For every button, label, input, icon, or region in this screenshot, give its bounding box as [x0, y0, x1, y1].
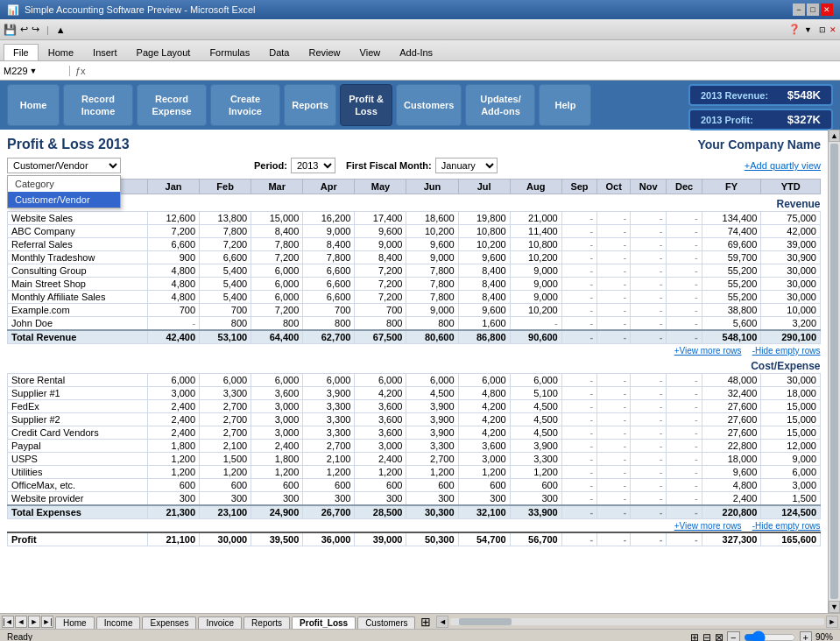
- add-quarterly-view-link[interactable]: +Add quartly view: [745, 160, 821, 171]
- cell: 9,600: [406, 238, 458, 251]
- col-header-jan: Jan: [148, 180, 200, 194]
- cell: 6,000: [406, 374, 458, 387]
- sheet-tab-home[interactable]: Home: [55, 616, 95, 629]
- undo-icon[interactable]: ↩: [20, 24, 28, 35]
- cell: 67,500: [355, 330, 406, 344]
- close-button[interactable]: ✕: [821, 4, 833, 16]
- nav-home-button[interactable]: Home: [7, 84, 60, 126]
- row-label-affiliate-sales: Monthly Affiliate Sales: [8, 291, 148, 304]
- cell: 4,800: [148, 291, 200, 304]
- cell: -: [597, 278, 631, 291]
- groupby-dropdown[interactable]: Customer/Vendor Category Category Custom…: [7, 158, 121, 173]
- ribbon-tab-file[interactable]: File: [4, 44, 39, 60]
- sheet-nav-first[interactable]: |◄: [2, 616, 14, 628]
- revenue-metric: 2013 Revenue: $548K: [688, 84, 833, 106]
- nav-customers-button[interactable]: Customers: [396, 84, 462, 126]
- cell-ref-dropdown[interactable]: ▼: [30, 67, 38, 75]
- cell: 7,200: [355, 278, 406, 291]
- cell: 6,000: [251, 291, 303, 304]
- page-layout-icon[interactable]: ⊟: [702, 631, 711, 642]
- cell: 23,100: [200, 505, 251, 519]
- ribbon-tab-formulas[interactable]: Formulas: [200, 44, 259, 60]
- scroll-left-button[interactable]: ◄: [436, 616, 448, 628]
- cell: -: [561, 291, 596, 304]
- ribbon-options-icon[interactable]: ▼: [804, 25, 812, 34]
- scroll-down-button[interactable]: ▼: [829, 601, 840, 613]
- ribbon-collapse-icon[interactable]: ▲: [56, 25, 66, 35]
- hide-empty-expense-link[interactable]: -Hide empty rows: [752, 521, 821, 531]
- ribbon-tab-view[interactable]: View: [350, 44, 391, 60]
- cell: 9,600: [458, 251, 510, 264]
- cell: -: [631, 413, 667, 426]
- page-break-icon[interactable]: ⊠: [715, 631, 724, 642]
- table-row: Store Rental 6,0006,0006,0006,0006,0006,…: [8, 374, 821, 387]
- sheet-nav-last[interactable]: ►|: [41, 616, 53, 628]
- help-icon[interactable]: ❓: [788, 24, 801, 35]
- cell: -: [631, 374, 667, 387]
- cell: 15,000: [251, 212, 303, 225]
- groupby-select[interactable]: Customer/Vendor Category: [7, 158, 121, 173]
- ribbon-tab-review[interactable]: Review: [299, 44, 349, 60]
- nav-create-invoice-button[interactable]: CreateInvoice: [210, 84, 280, 126]
- ribbon-tab-insert[interactable]: Insert: [83, 44, 127, 60]
- zoom-minus-button[interactable]: −: [727, 631, 739, 642]
- ribbon-tab-page-layout[interactable]: Page Layout: [127, 44, 201, 60]
- cell-reference[interactable]: M229: [4, 66, 28, 76]
- sheet-tab-profit-loss[interactable]: Profit_Loss: [292, 616, 356, 629]
- row-label-store-rental: Store Rental: [8, 374, 148, 387]
- window-close-icon[interactable]: ✕: [829, 25, 836, 34]
- sheet-tab-expenses[interactable]: Expenses: [142, 616, 196, 629]
- zoom-slider[interactable]: [744, 633, 796, 642]
- dropdown-option-category[interactable]: Category: [8, 176, 120, 192]
- h-scroll-thumb[interactable]: [459, 618, 512, 625]
- formula-input[interactable]: [91, 66, 840, 76]
- sheet-nav-next[interactable]: ►: [28, 616, 40, 628]
- nav-updates-button[interactable]: Updates/Add-ons: [465, 84, 535, 126]
- zoom-plus-button[interactable]: +: [800, 631, 812, 642]
- scroll-right-button[interactable]: ►: [826, 616, 838, 628]
- dropdown-option-customer-vendor[interactable]: Customer/Vendor: [8, 192, 120, 208]
- sheet-nav-prev[interactable]: ◄: [15, 616, 27, 628]
- cell: -: [667, 453, 702, 466]
- nav-reports-button[interactable]: Reports: [284, 84, 336, 126]
- sheet-tab-income[interactable]: Income: [96, 616, 141, 629]
- nav-profit-loss-button[interactable]: Profit &Loss: [340, 84, 392, 126]
- ribbon-tab-data[interactable]: Data: [259, 44, 299, 60]
- cell: 600: [458, 479, 510, 492]
- sheet-tab-invoice[interactable]: Invoice: [198, 616, 242, 629]
- horizontal-scrollbar[interactable]: ◄ ►: [434, 614, 840, 629]
- cell: -: [597, 413, 631, 426]
- col-header-ytd: YTD: [761, 180, 821, 194]
- nav-record-income-button[interactable]: RecordIncome: [63, 84, 133, 126]
- minimize-button[interactable]: −: [793, 4, 805, 16]
- period-select[interactable]: 201320122014: [291, 158, 335, 173]
- cell: 38,800: [702, 304, 761, 317]
- nav-help-button[interactable]: Help: [539, 84, 591, 126]
- fiscal-select[interactable]: JanuaryFebruary: [435, 158, 498, 173]
- maximize-button[interactable]: □: [807, 4, 819, 16]
- cell: 3,000: [355, 440, 406, 453]
- save-icon[interactable]: 💾: [4, 24, 17, 36]
- vertical-scrollbar[interactable]: ▲ ▼: [828, 130, 840, 613]
- cell: -: [631, 251, 667, 264]
- cell: 900: [148, 251, 200, 264]
- view-more-expense-link[interactable]: +View more rows: [674, 521, 742, 531]
- redo-icon[interactable]: ↪: [32, 24, 39, 35]
- cell: 16,200: [303, 212, 355, 225]
- hide-empty-revenue-link[interactable]: -Hide empty rows: [752, 346, 821, 356]
- nav-record-expense-button[interactable]: RecordExpense: [137, 84, 207, 126]
- sheet-tab-customers[interactable]: Customers: [357, 616, 415, 629]
- cell: 11,400: [510, 225, 561, 238]
- formula-function-icon[interactable]: ƒx: [70, 66, 91, 76]
- table-row: Monthly Affiliate Sales 4,8005,4006,0006…: [8, 291, 821, 304]
- cell: -: [561, 317, 596, 331]
- scroll-thumb[interactable]: [830, 144, 838, 599]
- sheet-tab-reports[interactable]: Reports: [244, 616, 290, 629]
- ribbon-tab-home[interactable]: Home: [39, 44, 83, 60]
- view-more-revenue-link[interactable]: +View more rows: [674, 346, 742, 356]
- scroll-up-button[interactable]: ▲: [829, 130, 840, 142]
- window-resize-icon[interactable]: ⊡: [819, 25, 826, 34]
- grid-view-icon[interactable]: ⊞: [690, 631, 699, 642]
- new-sheet-button[interactable]: ⊞: [417, 615, 434, 629]
- ribbon-tab-addins[interactable]: Add-Ins: [390, 44, 442, 60]
